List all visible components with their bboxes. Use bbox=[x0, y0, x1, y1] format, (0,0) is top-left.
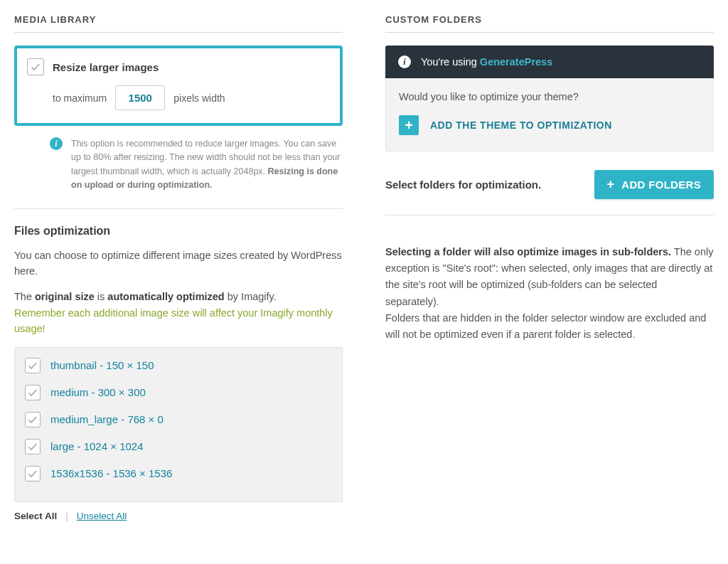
resize-width-input[interactable] bbox=[115, 85, 165, 110]
size-label: medium - 300 × 300 bbox=[50, 386, 146, 398]
check-icon bbox=[27, 441, 38, 452]
resize-suffix: pixels width bbox=[173, 92, 225, 104]
files-optimization-heading: Files optimization bbox=[14, 225, 343, 238]
info-icon: i bbox=[398, 55, 411, 68]
divider bbox=[385, 32, 714, 33]
theme-body: Would you like to optimize your theme? +… bbox=[385, 78, 714, 151]
theme-banner: i You're using GeneratePress bbox=[385, 46, 714, 78]
divider bbox=[14, 32, 343, 33]
size-checkbox[interactable] bbox=[25, 358, 41, 373]
size-checkbox[interactable] bbox=[25, 466, 41, 481]
resize-prefix: to maximum bbox=[53, 92, 107, 104]
resize-box: Resize larger images to maximum pixels w… bbox=[14, 46, 343, 126]
image-sizes-list[interactable]: thumbnail - 150 × 150 medium - 300 × 300… bbox=[14, 347, 343, 502]
check-icon bbox=[27, 468, 38, 479]
size-label: 1536x1536 - 1536 × 1536 bbox=[50, 467, 172, 479]
theme-name: GeneratePress bbox=[480, 56, 552, 68]
size-label: medium_large - 768 × 0 bbox=[50, 413, 164, 425]
check-icon bbox=[27, 387, 38, 398]
size-item-large[interactable]: large - 1024 × 1024 bbox=[15, 433, 342, 460]
size-checkbox[interactable] bbox=[25, 439, 41, 454]
size-item-medium[interactable]: medium - 300 × 300 bbox=[15, 379, 342, 406]
size-label: large - 1024 × 1024 bbox=[50, 440, 144, 452]
check-icon bbox=[27, 360, 38, 371]
files-opt-note: The original size is automatically optim… bbox=[14, 289, 343, 336]
size-checkbox[interactable] bbox=[25, 385, 41, 400]
size-item-medium-large[interactable]: medium_large - 768 × 0 bbox=[15, 406, 342, 433]
pipe: | bbox=[65, 511, 68, 521]
theme-question: Would you like to optimize your theme? bbox=[399, 91, 700, 102]
add-folders-label: ADD FOLDERS bbox=[621, 179, 701, 191]
size-item-1536[interactable]: 1536x1536 - 1536 × 1536 bbox=[15, 460, 342, 487]
resize-checkbox[interactable] bbox=[27, 58, 44, 75]
check-icon bbox=[27, 414, 38, 425]
plus-icon: + bbox=[399, 115, 419, 135]
info-icon: i bbox=[50, 137, 63, 150]
divider bbox=[385, 215, 714, 216]
custom-folders-title: CUSTOM FOLDERS bbox=[385, 14, 714, 25]
size-label: thumbnail - 150 × 150 bbox=[50, 359, 154, 371]
resize-label: Resize larger images bbox=[53, 61, 159, 73]
select-folders-label: Select folders for optimization. bbox=[385, 179, 541, 191]
select-all-link[interactable]: Select All bbox=[14, 511, 57, 521]
size-item-thumbnail[interactable]: thumbnail - 150 × 150 bbox=[15, 352, 342, 379]
folder-help-text: Selecting a folder will also optimize im… bbox=[385, 244, 714, 343]
check-icon bbox=[30, 61, 41, 73]
plus-icon: + bbox=[607, 177, 615, 192]
resize-info-text: This option is recommended to reduce lar… bbox=[71, 137, 343, 193]
media-library-title: MEDIA LIBRARY bbox=[14, 14, 343, 25]
add-folders-button[interactable]: + ADD FOLDERS bbox=[594, 170, 714, 199]
add-theme-button[interactable]: + ADD THE THEME TO OPTIMIZATION bbox=[399, 115, 700, 135]
size-checkbox[interactable] bbox=[25, 412, 41, 427]
usage-warning: Remember each additional image size will… bbox=[14, 307, 333, 334]
banner-prefix: You're using bbox=[421, 56, 480, 68]
divider bbox=[14, 208, 343, 209]
add-theme-label: ADD THE THEME TO OPTIMIZATION bbox=[430, 119, 612, 131]
files-opt-desc: You can choose to optimize different ima… bbox=[14, 248, 343, 280]
unselect-all-link[interactable]: Unselect All bbox=[77, 511, 127, 521]
